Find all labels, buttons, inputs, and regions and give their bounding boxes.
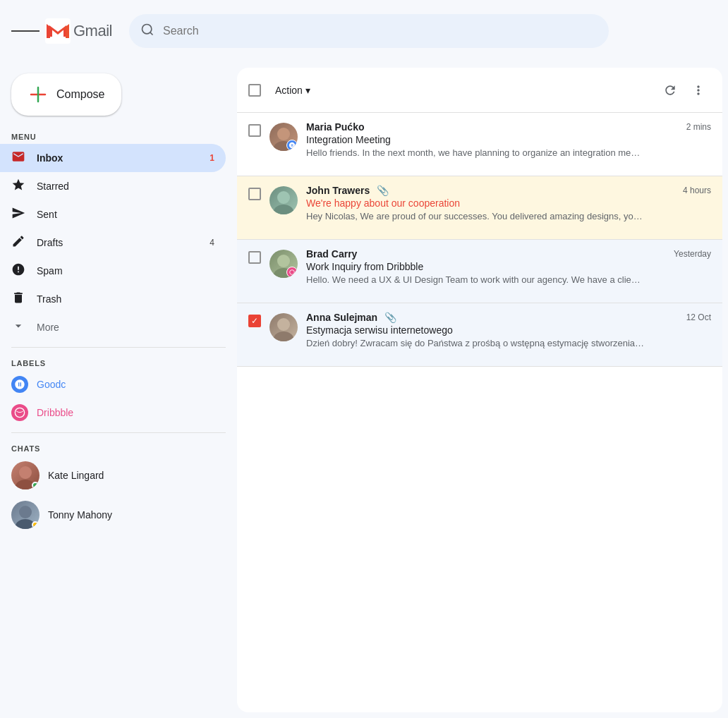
sent-icon (11, 206, 25, 224)
email-avatar-1 (269, 123, 298, 151)
sidebar-item-drafts[interactable]: Drafts 4 (0, 229, 226, 257)
search-icon (140, 23, 154, 40)
email-preview-3: Hello. We need a UX & UI Design Team to … (306, 274, 645, 285)
email-item-3[interactable]: Brad Carry Yesterday Work Inquiry from D… (237, 240, 722, 303)
sidebar-divider-2 (11, 432, 226, 433)
select-all-checkbox[interactable] (248, 84, 261, 97)
goodc-dot (11, 376, 28, 393)
sidebar-item-more[interactable]: More (0, 313, 226, 341)
avatar-tonny (11, 501, 40, 529)
email-preview-4: Dzień dobry! Zwracam się do Państwa z pr… (306, 338, 645, 348)
search-bar (129, 14, 609, 48)
main-layout: Compose MENU Inbox 1 Starred (0, 62, 728, 718)
svg-point-17 (277, 318, 290, 331)
email-avatar-3 (269, 250, 298, 278)
more-label: More (37, 322, 59, 333)
svg-point-13 (274, 205, 293, 214)
sidebar-item-inbox[interactable]: Inbox 1 (0, 144, 226, 172)
dribbble-dot (11, 404, 28, 421)
sidebar-item-spam[interactable]: Spam (0, 257, 226, 285)
gmail-logo[interactable]: Gmail (45, 18, 112, 44)
email-subject-3: Work Inquiry from Dribbble (306, 261, 711, 272)
email-toolbar: Action ▾ (237, 68, 722, 113)
app-title-text: Gmail (73, 22, 112, 40)
spam-label: Spam (37, 265, 214, 276)
sidebar-item-trash[interactable]: Trash (0, 285, 226, 313)
email-content-2: John Trawers 📎 4 hours We're happy about… (306, 185, 711, 221)
action-label: Action (275, 85, 303, 96)
sender-name-3: Brad Carry (306, 248, 357, 260)
inbox-label: Inbox (37, 152, 198, 164)
chevron-down-icon (11, 319, 25, 336)
email-checkbox-1[interactable] (248, 124, 261, 137)
chat-name-tonny: Tonny Mahony (48, 509, 203, 521)
drafts-label: Drafts (37, 237, 198, 248)
chat-item-tonny[interactable]: Tonny Mahony ⋮ (0, 495, 237, 535)
compose-label: Compose (56, 88, 104, 101)
sidebar: Compose MENU Inbox 1 Starred (0, 62, 237, 718)
avatar-kate (11, 461, 40, 489)
app-header: Gmail (0, 0, 728, 62)
checkbox-4[interactable] (248, 315, 261, 327)
label-item-dribbble[interactable]: Dribbble (0, 398, 226, 427)
email-time-1: 2 mins (686, 122, 711, 132)
labels-section-label: LABELS (0, 353, 237, 370)
email-checkbox-2[interactable] (248, 188, 261, 200)
refresh-button[interactable] (657, 78, 683, 103)
compose-plus-icon (28, 85, 48, 104)
email-item-4[interactable]: Anna Sulejman 📎 12 Oct Estymacja serwisu… (237, 303, 722, 367)
label-item-goodc[interactable]: Goodc (0, 370, 226, 398)
svg-line-2 (150, 32, 153, 35)
toolbar-right (657, 78, 711, 103)
email-content-4: Anna Sulejman 📎 12 Oct Estymacja serwisu… (306, 312, 711, 348)
chat-item-kate[interactable]: Kate Lingard ⋮ (0, 456, 237, 495)
svg-point-12 (277, 191, 290, 204)
checkbox-3[interactable] (248, 251, 261, 264)
email-preview-1: Hello friends. In the next month, we hav… (306, 147, 645, 158)
email-subject-4: Estymacja serwisu internetowego (306, 324, 711, 336)
checkbox-2[interactable] (248, 188, 261, 200)
sent-label: Sent (37, 209, 214, 220)
trash-label: Trash (37, 293, 214, 305)
email-preview-2: Hey Nicolas, We are proud of our success… (306, 211, 645, 221)
action-dropdown-button[interactable]: Action ▾ (267, 80, 319, 100)
svg-point-18 (274, 331, 293, 341)
email-time-3: Yesterday (674, 249, 711, 259)
email-content-3: Brad Carry Yesterday Work Inquiry from D… (306, 248, 711, 285)
goodc-label: Goodc (37, 379, 66, 390)
more-options-button[interactable] (686, 78, 711, 103)
sender-name-1: Maria Pućko (306, 121, 364, 133)
svg-point-8 (19, 506, 32, 518)
search-input[interactable] (163, 25, 597, 37)
email-item-1[interactable]: Maria Pućko 2 mins Integration Meeting H… (237, 113, 722, 176)
gmail-m-icon (45, 18, 71, 44)
email-content-1: Maria Pućko 2 mins Integration Meeting H… (306, 121, 711, 158)
drafts-icon (11, 234, 25, 252)
email-avatar-4 (269, 313, 298, 341)
menu-section-label: MENU (0, 127, 237, 144)
email-list: Action ▾ (237, 68, 722, 712)
online-indicator-kate (32, 482, 39, 489)
email-header-4: Anna Sulejman 📎 12 Oct (306, 312, 711, 323)
email-item-2[interactable]: John Trawers 📎 4 hours We're happy about… (237, 176, 722, 240)
svg-point-1 (142, 24, 151, 33)
sidebar-item-sent[interactable]: Sent (0, 200, 226, 229)
chat-name-kate: Kate Lingard (48, 470, 203, 481)
menu-toggle-button[interactable] (11, 17, 40, 45)
email-subject-1: Integration Meeting (306, 134, 711, 145)
checkbox-1[interactable] (248, 124, 261, 137)
email-checkbox-4[interactable] (248, 315, 261, 327)
attachment-icon-2: 📎 (377, 185, 389, 196)
sidebar-item-starred[interactable]: Starred (0, 172, 226, 200)
drafts-badge: 4 (210, 238, 214, 248)
svg-point-10 (277, 128, 290, 140)
email-header-2: John Trawers 📎 4 hours (306, 185, 711, 196)
email-header-3: Brad Carry Yesterday (306, 248, 711, 260)
online-indicator-tonny (32, 521, 39, 528)
email-checkbox-3[interactable] (248, 251, 261, 264)
email-header-1: Maria Pućko 2 mins (306, 121, 711, 133)
starred-label: Starred (37, 181, 214, 192)
compose-button[interactable]: Compose (11, 73, 121, 116)
action-chevron-icon: ▾ (305, 85, 310, 96)
svg-point-14 (277, 255, 290, 267)
